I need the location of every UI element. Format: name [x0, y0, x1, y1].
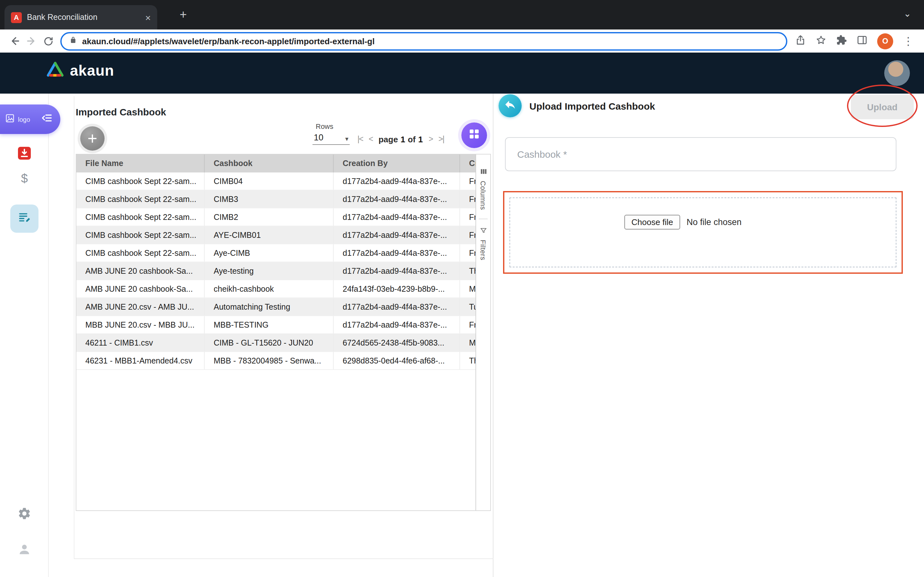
brand-name: akaun [70, 62, 114, 79]
table-cell: CIMB - GL-T15620 - JUN20 [204, 334, 333, 351]
column-header[interactable]: Creation By [333, 155, 459, 172]
table-cell: 46211 - CIMB1.csv [76, 334, 204, 351]
bookmark-star-icon[interactable] [816, 34, 827, 48]
sidebar-item-pdf[interactable] [0, 145, 49, 163]
columns-icon [480, 166, 487, 177]
akaun-logo-icon [46, 61, 64, 79]
column-header[interactable]: File Name [76, 155, 204, 172]
browser-tab[interactable]: A Bank Reconciliation × [5, 5, 157, 29]
table-cell: MBB JUNE 20.csv - MBB JU... [76, 316, 204, 334]
upload-panel-title: Upload Imported Cashbook [529, 101, 655, 111]
sidebar-item-settings[interactable] [0, 506, 49, 523]
table-cell: d177a2b4-aad9-4f4a-837e-... [333, 208, 459, 226]
forward-icon[interactable] [23, 33, 40, 49]
browser-profile-avatar[interactable]: O [877, 33, 893, 49]
dollar-icon: $ [21, 172, 27, 186]
table-row[interactable]: CIMB cashbook Sept 22-sam...CIMB3d177a2b… [76, 190, 475, 208]
new-tab-button[interactable]: + [180, 8, 187, 22]
toolbar-actions: O ⋮ [795, 33, 914, 49]
filters-label: Filters [479, 240, 487, 260]
tab-close-icon[interactable]: × [145, 13, 151, 22]
table-cell: d177a2b4-aad9-4f4a-837e-... [333, 316, 459, 334]
filters-toggle[interactable]: Filters [476, 225, 490, 260]
reload-icon[interactable] [40, 33, 57, 49]
table-cell: CIMB04 [204, 172, 333, 190]
table-cell: AYE-CIMB01 [204, 226, 333, 243]
table-row[interactable]: CIMB cashbook Sept 22-sam...Aye-CIMBd177… [76, 244, 475, 262]
table-row[interactable]: CIMB cashbook Sept 22-sam...AYE-CIMB01d1… [76, 226, 475, 244]
annotation-orange-box: Choose file No file chosen [503, 191, 903, 274]
rows-value: 10 [314, 133, 323, 142]
app-header: akaun [0, 53, 924, 93]
table-cell: Automatching Testing [204, 298, 333, 316]
table-cell: 46231 - MBB1-Amended4.csv [76, 352, 204, 369]
browser-menu-icon[interactable]: ⋮ [903, 34, 914, 48]
cashbook-table: File NameCashbookCreation ByCr... CIMB c… [76, 154, 491, 511]
table-cell: Fr... [459, 190, 475, 208]
tab-favicon: A [11, 12, 22, 23]
table-row[interactable]: CIMB cashbook Sept 22-sam...CIMB2d177a2b… [76, 208, 475, 226]
sidebar-item-profile[interactable] [0, 542, 49, 559]
sidebar-collapse-icon[interactable] [41, 112, 53, 126]
grid-view-button[interactable] [461, 122, 487, 148]
url-text: akaun.cloud/#/applets/wavelet/erp/bank-r… [82, 36, 375, 46]
table-row[interactable]: AMB JUNE 20.csv - AMB JU...Automatching … [76, 298, 475, 316]
table-cell: CIMB cashbook Sept 22-sam... [76, 190, 204, 208]
imported-cashbook-panel: Imported Cashbook + Rows 10 ▾ |< < page … [49, 93, 493, 577]
columns-label: Columns [479, 181, 487, 210]
table-row[interactable]: MBB JUNE 20.csv - MBB JU...MBB-TESTINGd1… [76, 316, 475, 334]
table-cell: M... [459, 334, 475, 351]
page-title: Imported Cashbook [76, 106, 166, 117]
table-cell: Aye-testing [204, 262, 333, 279]
table-cell: d177a2b4-aad9-4f4a-837e-... [333, 262, 459, 279]
extensions-puzzle-icon[interactable] [836, 34, 847, 48]
table-body: CIMB cashbook Sept 22-sam...CIMB04d177a2… [76, 172, 475, 370]
upload-button[interactable]: Upload [851, 95, 914, 119]
tab-title: Bank Reconciliation [27, 13, 140, 22]
last-page-icon[interactable]: >| [439, 135, 444, 143]
rows-per-page-select[interactable]: 10 ▾ [312, 132, 350, 145]
sidebar-logo-pill[interactable]: logo [0, 105, 60, 134]
columns-toggle[interactable]: Columns [476, 166, 490, 210]
address-bar[interactable]: akaun.cloud/#/applets/wavelet/erp/bank-r… [60, 32, 787, 50]
sidebar-item-finance[interactable]: $ [0, 172, 49, 186]
table-row[interactable]: 46211 - CIMB1.csvCIMB - GL-T15620 - JUN2… [76, 334, 475, 352]
tab-search-chevron-icon[interactable]: ⌄ [904, 8, 911, 19]
table-cell: Fr... [459, 172, 475, 190]
column-header[interactable]: Cr... [459, 155, 475, 172]
first-page-icon[interactable]: |< [357, 135, 363, 143]
choose-file-button[interactable]: Choose file [624, 215, 680, 229]
logo-alt-text: logo [18, 116, 38, 123]
prev-page-icon[interactable]: < [368, 135, 373, 143]
file-status-text: No file chosen [687, 218, 741, 227]
table-row[interactable]: 46231 - MBB1-Amended4.csvMBB - 783200498… [76, 352, 475, 370]
table-cell: Fr... [459, 316, 475, 334]
user-avatar[interactable] [884, 60, 910, 86]
grid-icon [469, 129, 479, 142]
page-word: page [379, 134, 398, 144]
pagination: |< < page 1 of 1 > >| [357, 133, 444, 145]
sidebar-item-cashbook-active[interactable] [10, 205, 39, 233]
share-icon[interactable] [795, 34, 806, 48]
table-cell: 24fa143f-03eb-4239-b8b9-... [333, 280, 459, 298]
add-button[interactable]: + [80, 126, 105, 151]
column-header[interactable]: Cashbook [204, 155, 333, 172]
file-dropzone[interactable]: Choose file No file chosen [509, 197, 897, 268]
table-row[interactable]: AMB JUNE 20 cashbook-Sa...Aye-testingd17… [76, 262, 475, 280]
person-icon [17, 542, 31, 559]
next-page-icon[interactable]: > [429, 135, 433, 143]
side-panel-icon[interactable] [857, 34, 867, 48]
brand[interactable]: akaun [46, 61, 114, 79]
back-icon[interactable] [6, 33, 23, 49]
table-cell: d177a2b4-aad9-4f4a-837e-... [333, 172, 459, 190]
table-cell: CIMB cashbook Sept 22-sam... [76, 226, 204, 243]
pdf-export-icon [17, 145, 32, 163]
cashbook-input[interactable] [505, 137, 897, 171]
table-cell: Fr... [459, 244, 475, 261]
table-cell: AMB JUNE 20 cashbook-Sa... [76, 262, 204, 279]
back-button[interactable] [499, 94, 522, 117]
table-header-row: File NameCashbookCreation ByCr... [76, 155, 475, 172]
table-row[interactable]: AMB JUNE 20 cashbook-Sa...cheikh-cashboo… [76, 280, 475, 298]
filter-funnel-icon [480, 225, 487, 237]
table-row[interactable]: CIMB cashbook Sept 22-sam...CIMB04d177a2… [76, 172, 475, 190]
